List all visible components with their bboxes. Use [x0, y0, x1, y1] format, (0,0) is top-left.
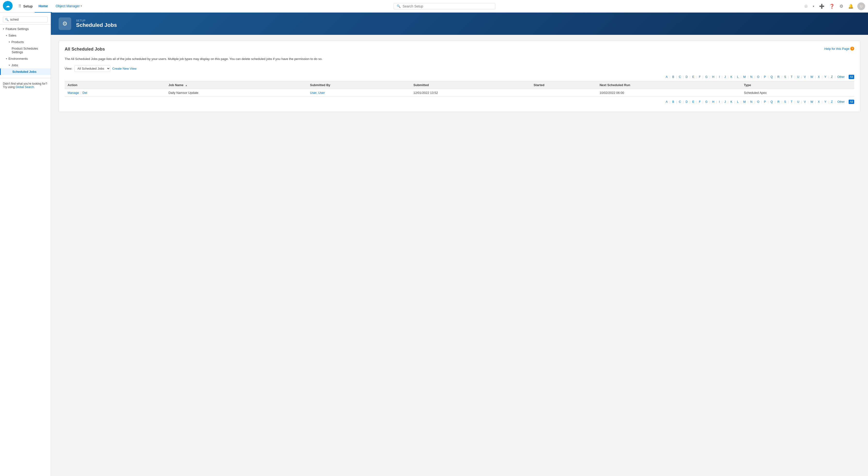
alpha-w[interactable]: W: [810, 75, 814, 79]
chevron-down-icon: ▾: [81, 5, 82, 7]
alpha-bottom-n[interactable]: N: [750, 100, 753, 104]
alpha-bottom-a[interactable]: A: [665, 100, 669, 104]
alpha-h[interactable]: H: [712, 75, 715, 79]
alpha-c[interactable]: C: [678, 75, 682, 79]
alpha-bottom-l[interactable]: L: [736, 100, 739, 104]
alpha-j[interactable]: J: [724, 75, 726, 79]
alpha-bottom-c[interactable]: C: [678, 100, 682, 104]
add-button[interactable]: ➕: [818, 3, 826, 10]
alpha-bottom-p[interactable]: P: [763, 100, 767, 104]
del-link[interactable]: Del: [83, 91, 87, 95]
plus-icon: ➕: [819, 4, 825, 9]
alpha-bottom-w[interactable]: W: [810, 100, 814, 104]
alpha-p[interactable]: P: [763, 75, 767, 79]
setup-label: Setup: [23, 4, 33, 8]
alpha-bottom-b[interactable]: B: [672, 100, 675, 104]
alpha-bottom-i[interactable]: I: [718, 100, 720, 104]
alpha-y[interactable]: Y: [824, 75, 827, 79]
alpha-x[interactable]: X: [817, 75, 820, 79]
submitted-by-link[interactable]: User, User: [310, 91, 325, 95]
action-separator: |: [81, 91, 82, 95]
sidebar-item-environments[interactable]: ▾ Environments: [0, 56, 51, 62]
alpha-bottom-h[interactable]: H: [712, 100, 715, 104]
alpha-m[interactable]: M: [743, 75, 746, 79]
page-header-text: SETUP Scheduled Jobs: [76, 19, 117, 28]
alpha-e[interactable]: E: [692, 75, 695, 79]
salesforce-logo[interactable]: ☁: [3, 1, 16, 11]
alpha-bottom-y[interactable]: Y: [824, 100, 827, 104]
alpha-bottom-x[interactable]: X: [817, 100, 820, 104]
main-layout: 🔍 ▾ Feature Settings ▾ Sales ▾ Products: [0, 12, 868, 476]
avatar[interactable]: U: [857, 2, 865, 10]
alpha-bottom-all[interactable]: All: [848, 100, 854, 104]
manage-link[interactable]: Manage: [68, 91, 79, 95]
create-new-view-link[interactable]: Create New View: [113, 67, 136, 70]
notifications-button[interactable]: 🔔: [847, 3, 855, 10]
alpha-n[interactable]: N: [750, 75, 753, 79]
alpha-g[interactable]: G: [705, 75, 708, 79]
row-job-name-cell: Daily Namsor Update: [165, 89, 307, 97]
help-for-page-link[interactable]: Help for this Page ?: [825, 47, 854, 50]
alpha-v[interactable]: V: [803, 75, 806, 79]
alpha-other[interactable]: Other: [837, 75, 845, 79]
sidebar-item-feature-settings[interactable]: ▾ Feature Settings: [0, 26, 51, 32]
favorites-dropdown-button[interactable]: ▾: [812, 4, 815, 9]
object-manager-label: Object Manager: [56, 4, 80, 8]
col-type: Type: [741, 81, 854, 89]
settings-button[interactable]: ⚙: [838, 3, 844, 10]
sidebar-item-sales[interactable]: ▾ Sales: [0, 32, 51, 39]
alpha-bottom-e[interactable]: E: [692, 100, 695, 104]
sidebar-item-product-schedules-settings[interactable]: Product Schedules Settings: [0, 45, 51, 56]
alpha-a[interactable]: A: [665, 75, 669, 79]
global-search-link[interactable]: Global Search: [16, 86, 34, 89]
alpha-b[interactable]: B: [672, 75, 675, 79]
alpha-bottom-u[interactable]: U: [796, 100, 800, 104]
alpha-d[interactable]: D: [685, 75, 688, 79]
app-grid-button[interactable]: ⠿: [18, 3, 22, 9]
row-action-cell: Manage | Del: [65, 89, 165, 97]
page-description: The All Scheduled Jobs page lists all of…: [65, 57, 854, 61]
alpha-bottom-q[interactable]: Q: [770, 100, 774, 104]
alpha-bottom-g[interactable]: G: [705, 100, 708, 104]
alpha-bottom-v[interactable]: V: [803, 100, 806, 104]
sidebar-item-products-label: Products: [11, 40, 24, 44]
alpha-o[interactable]: O: [756, 75, 760, 79]
alpha-s[interactable]: S: [783, 75, 787, 79]
alpha-bottom-r[interactable]: R: [777, 100, 780, 104]
alpha-bottom-f[interactable]: F: [698, 100, 702, 104]
alpha-t[interactable]: T: [790, 75, 793, 79]
alpha-z[interactable]: Z: [830, 75, 833, 79]
row-started-cell: [531, 89, 597, 97]
row-submitted-cell: 12/01/2022 13:52: [410, 89, 531, 97]
sidebar-item-jobs[interactable]: ▾ Jobs: [0, 62, 51, 68]
alpha-bottom-k[interactable]: K: [730, 100, 733, 104]
tab-object-manager[interactable]: Object Manager ▾: [52, 0, 86, 12]
alpha-bottom-m[interactable]: M: [743, 100, 746, 104]
sidebar-search-input[interactable]: [10, 18, 45, 21]
tab-home[interactable]: Home: [35, 0, 52, 12]
alpha-k[interactable]: K: [730, 75, 733, 79]
search-bar: 🔍: [394, 3, 495, 9]
alpha-bottom-z[interactable]: Z: [830, 100, 833, 104]
alpha-bottom-other[interactable]: Other: [837, 100, 845, 104]
alpha-f[interactable]: F: [698, 75, 702, 79]
sidebar-item-scheduled-jobs[interactable]: Scheduled Jobs: [0, 68, 51, 75]
star-button[interactable]: ☆: [803, 3, 809, 10]
alpha-all[interactable]: All: [848, 75, 854, 79]
alpha-bottom-t[interactable]: T: [790, 100, 793, 104]
alpha-bottom-d[interactable]: D: [685, 100, 688, 104]
alpha-u[interactable]: U: [796, 75, 800, 79]
alpha-bottom-j[interactable]: J: [724, 100, 726, 104]
sidebar-item-environments-label: Environments: [8, 57, 28, 61]
sidebar-item-products[interactable]: ▾ Products: [0, 39, 51, 45]
alpha-i[interactable]: I: [718, 75, 720, 79]
alpha-q[interactable]: Q: [770, 75, 774, 79]
help-button[interactable]: ❓: [828, 3, 836, 10]
search-setup-input[interactable]: [403, 4, 492, 8]
view-select[interactable]: All Scheduled Jobs: [74, 65, 111, 72]
alpha-bottom-s[interactable]: S: [783, 100, 787, 104]
alpha-bottom-o[interactable]: O: [756, 100, 760, 104]
sort-icon[interactable]: ▲: [185, 84, 187, 87]
alpha-r[interactable]: R: [777, 75, 780, 79]
alpha-l[interactable]: L: [736, 75, 739, 79]
